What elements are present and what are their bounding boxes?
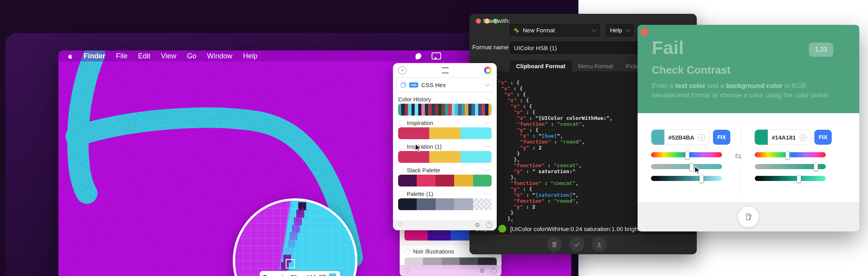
color-slider[interactable] <box>651 152 722 157</box>
section-more-icon[interactable]: ··· <box>485 167 492 173</box>
swap-colors-icon[interactable]: ⇆ <box>735 151 742 161</box>
menu-item-go[interactable]: Go <box>187 52 196 60</box>
apple-logo-icon[interactable] <box>67 53 73 60</box>
format-dropdown[interactable]: css CSS Hex <box>397 77 493 92</box>
menu-item-edit[interactable]: Edit <box>138 52 150 60</box>
add-to-palette-button[interactable] <box>738 207 759 227</box>
color-swatch[interactable] <box>448 104 451 116</box>
color-swatch[interactable] <box>415 104 418 116</box>
section-more-icon[interactable]: ··· <box>485 96 492 103</box>
color-swatch[interactable] <box>435 104 438 116</box>
menu-item-window[interactable]: Window <box>207 52 232 60</box>
color-swatch[interactable] <box>454 198 473 210</box>
radio-icon[interactable] <box>404 248 410 254</box>
color-slider[interactable] <box>651 176 722 181</box>
color-swatch[interactable] <box>398 198 417 210</box>
color-swatch[interactable] <box>404 229 428 241</box>
text-color-hex[interactable]: #52B4BA <box>664 134 698 141</box>
color-swatch[interactable] <box>428 229 451 241</box>
color-swatch[interactable] <box>488 104 492 116</box>
favorite-heart-icon[interactable]: ♡ <box>398 222 403 229</box>
color-swatch[interactable] <box>429 151 460 163</box>
color-swatch[interactable] <box>398 104 401 116</box>
start-with-dropdown[interactable]: New Format <box>508 23 601 37</box>
color-swatch[interactable] <box>455 104 458 116</box>
color-swatch[interactable] <box>398 175 417 186</box>
power-icon[interactable] <box>491 268 497 274</box>
tab-menu-format[interactable]: Menu Format <box>572 60 619 71</box>
settings-gear-icon[interactable]: ⚙ <box>475 222 480 229</box>
color-swatch[interactable] <box>460 127 492 139</box>
color-swatch[interactable] <box>441 104 445 116</box>
color-swatch[interactable] <box>432 104 435 116</box>
color-swatch[interactable] <box>468 104 471 116</box>
color-slider[interactable] <box>755 152 826 157</box>
color-swatch[interactable] <box>405 104 408 116</box>
color-swatch[interactable] <box>475 104 478 116</box>
menu-hamburger-icon[interactable] <box>442 67 449 73</box>
color-slider[interactable] <box>755 176 826 181</box>
background-color-swatch[interactable] <box>755 130 768 145</box>
text-color-swatch[interactable] <box>651 130 664 145</box>
section-more-icon[interactable]: ··· <box>485 119 492 126</box>
color-picker-loupe-icon[interactable] <box>398 66 406 75</box>
screen-mirroring-icon[interactable] <box>432 52 441 60</box>
color-swatch[interactable] <box>462 104 465 116</box>
color-swatch[interactable] <box>445 104 448 116</box>
close-window-button[interactable] <box>641 28 649 36</box>
color-swatch[interactable] <box>452 104 455 116</box>
color-swatch[interactable] <box>418 104 421 116</box>
radio-icon[interactable] <box>398 120 404 126</box>
eyedropper-target-icon[interactable] <box>800 134 806 141</box>
delete-format-button[interactable] <box>547 237 562 252</box>
color-swatch[interactable] <box>428 104 431 116</box>
background-color-hex[interactable]: #14A181 <box>768 134 800 141</box>
color-swatch[interactable] <box>401 104 404 116</box>
colorslurp-menubar-icon[interactable] <box>415 53 422 60</box>
radio-icon[interactable] <box>398 191 404 197</box>
color-swatch[interactable] <box>408 104 411 116</box>
color-swatch[interactable] <box>478 104 481 116</box>
color-swatch[interactable] <box>485 104 488 116</box>
save-format-button[interactable] <box>592 237 607 252</box>
close-window-button[interactable] <box>476 19 481 24</box>
color-swatch[interactable] <box>458 104 461 116</box>
color-swatch[interactable] <box>398 127 429 139</box>
radio-icon[interactable] <box>398 144 404 149</box>
background-color-input[interactable]: #14A181 <box>754 129 811 145</box>
color-swatch[interactable] <box>436 175 454 186</box>
color-swatch[interactable] <box>412 104 415 116</box>
slider-handle[interactable] <box>685 151 689 159</box>
fix-background-color-button[interactable]: FIX <box>814 130 832 145</box>
slider-handle[interactable] <box>814 163 818 171</box>
color-swatch[interactable] <box>425 104 428 116</box>
color-swatch[interactable] <box>471 104 475 116</box>
color-swatch[interactable] <box>421 104 425 116</box>
color-swatch[interactable] <box>417 175 435 186</box>
section-more-icon[interactable]: ··· <box>485 143 492 150</box>
menu-item-help[interactable]: Help <box>243 52 258 60</box>
color-swatch[interactable] <box>482 104 485 116</box>
eyedropper-target-icon[interactable] <box>698 134 705 141</box>
color-swatch[interactable] <box>454 175 473 186</box>
help-dropdown[interactable]: Help <box>605 23 635 37</box>
confirm-format-button[interactable] <box>569 237 584 252</box>
menu-item-view[interactable]: View <box>161 52 176 60</box>
tab-clipboard-format[interactable]: Clipboard Format <box>510 60 572 71</box>
slider-handle[interactable] <box>699 175 703 183</box>
radio-icon[interactable] <box>398 167 404 173</box>
color-swatch[interactable] <box>465 104 468 116</box>
settings-gear-icon[interactable]: ⚙ <box>480 267 485 274</box>
slider-handle[interactable] <box>797 175 801 183</box>
section-more-icon[interactable]: ··· <box>485 190 492 197</box>
color-swatch[interactable] <box>473 175 492 186</box>
power-icon[interactable] <box>486 222 492 228</box>
color-swatch[interactable] <box>460 151 492 163</box>
color-swatch[interactable] <box>436 198 454 210</box>
text-color-input[interactable]: #52B4BA <box>651 129 709 145</box>
color-swatch[interactable] <box>473 198 492 210</box>
color-swatch[interactable] <box>429 127 460 139</box>
color-wheel-icon[interactable] <box>484 67 492 74</box>
color-swatch[interactable] <box>438 104 441 116</box>
color-swatch[interactable] <box>417 198 435 210</box>
